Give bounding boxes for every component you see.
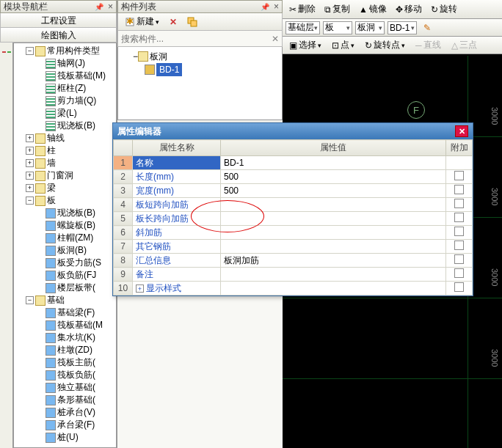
prop-add[interactable]	[446, 226, 473, 240]
delete-button[interactable]: ✕	[166, 15, 181, 29]
tree-item[interactable]: 筏板基础(M)	[57, 70, 106, 82]
prop-value[interactable]: 500	[221, 170, 446, 184]
checkbox[interactable]	[454, 282, 464, 292]
side-icon-1[interactable]	[1, 47, 12, 57]
close-icon[interactable]: ×	[108, 1, 113, 12]
tree-item[interactable]: 条形基础(	[57, 394, 95, 406]
tree-item[interactable]: 板负筋(FJ	[57, 269, 96, 282]
expand-toggle[interactable]: +	[26, 147, 34, 155]
prop-value[interactable]	[221, 212, 446, 226]
tool-点[interactable]: ⊡点▾	[328, 37, 358, 53]
layer-select[interactable]: BD-1▾	[388, 21, 417, 34]
expand-toggle[interactable]: +	[26, 134, 34, 142]
tree-item[interactable]: 框柱(Z)	[57, 82, 86, 95]
tool-旋转点[interactable]: ↻旋转点▾	[361, 37, 409, 53]
tree-item[interactable]: 轴网(J)	[57, 57, 85, 70]
tree-root[interactable]: 常用构件类型	[47, 45, 100, 57]
tree-item[interactable]: 板洞(B)	[57, 244, 87, 257]
prop-value[interactable]	[221, 198, 446, 212]
checkbox[interactable]	[454, 185, 464, 194]
tab-draw-input[interactable]: 绘图输入	[0, 28, 117, 43]
tree-group[interactable]: 板	[47, 194, 56, 207]
prop-value[interactable]	[221, 282, 446, 295]
prop-value[interactable]	[221, 268, 446, 282]
tree-item[interactable]: 柱墩(ZD)	[57, 344, 92, 356]
checkbox[interactable]	[454, 213, 464, 222]
prop-add[interactable]	[446, 268, 473, 282]
tool-移动[interactable]: ✥移动	[392, 1, 426, 17]
property-row[interactable]: 9备注	[114, 268, 473, 282]
tab-project-settings[interactable]: 工程设置	[0, 13, 117, 28]
layer-select[interactable]: 板洞▾	[355, 21, 385, 34]
property-row[interactable]: 5板长跨向加筋	[114, 212, 473, 226]
tree-item[interactable]: 桩承台(V)	[57, 406, 95, 419]
property-row[interactable]: 6斜加筋	[114, 226, 473, 240]
prop-add[interactable]	[446, 212, 473, 226]
property-row[interactable]: 2长度(mm)500	[114, 170, 473, 184]
tree-group[interactable]: 柱	[47, 144, 56, 157]
prop-add[interactable]	[446, 156, 473, 170]
tree-item[interactable]: 板受力筋(S	[57, 257, 101, 269]
component-tree[interactable]: −常用构件类型 轴网(J)筏板基础(M)框柱(Z)剪力墙(Q)梁(L)现浇板(B…	[13, 43, 117, 448]
tree-item[interactable]: 独立基础(	[57, 381, 95, 394]
list-root[interactable]: 板洞	[150, 50, 167, 63]
checkbox[interactable]	[454, 240, 464, 250]
prop-value[interactable]	[221, 240, 446, 254]
layer-select[interactable]: 基础层▾	[285, 21, 320, 34]
tool-选择[interactable]: ▣选择▾	[285, 37, 325, 53]
tree-item[interactable]: 承台梁(F)	[57, 419, 95, 431]
expand-toggle[interactable]: +	[26, 184, 34, 192]
expand-toggle[interactable]: −	[133, 50, 138, 63]
prop-add[interactable]	[446, 240, 473, 254]
expand-toggle[interactable]: +	[26, 172, 34, 180]
dialog-close-button[interactable]: ✕	[455, 125, 468, 137]
checkbox[interactable]	[454, 199, 464, 208]
checkbox[interactable]	[454, 254, 464, 264]
prop-add[interactable]	[446, 184, 473, 198]
expand-toggle[interactable]: −	[26, 47, 34, 55]
prop-value[interactable]: 500	[221, 184, 446, 198]
prop-add[interactable]	[446, 170, 473, 184]
prop-add[interactable]	[446, 198, 473, 212]
expand-toggle[interactable]: +	[26, 159, 34, 167]
tool-extra[interactable]: ✎	[420, 21, 434, 34]
checkbox[interactable]	[454, 171, 464, 180]
tree-item[interactable]: 集水坑(K)	[57, 331, 95, 344]
dialog-titlebar[interactable]: 属性编辑器 ✕	[113, 123, 473, 139]
prop-value[interactable]: BD-1	[221, 156, 446, 170]
tree-item[interactable]: 筏板负筋(	[57, 369, 95, 381]
tree-item[interactable]: 螺旋板(B)	[57, 219, 95, 232]
prop-add[interactable]	[446, 254, 473, 268]
expand-toggle[interactable]: +	[136, 284, 144, 293]
pin-icon[interactable]: 📌	[261, 3, 269, 11]
pin-icon[interactable]: 📌	[95, 3, 103, 11]
tool-镜像[interactable]: ▲镜像	[355, 1, 390, 17]
tool-三点[interactable]: △三点	[448, 37, 481, 53]
tree-item[interactable]: 基础梁(F)	[57, 306, 95, 319]
list-item-selected[interactable]: BD-1	[156, 63, 182, 76]
tree-item[interactable]: 桩(U)	[57, 431, 79, 444]
tree-item[interactable]: 梁(L)	[57, 107, 77, 120]
tool-复制[interactable]: ⧉复制	[321, 1, 354, 17]
checkbox[interactable]	[454, 227, 464, 236]
component-list-tree[interactable]: −板洞 BD-1	[117, 47, 283, 120]
property-row[interactable]: 4板短跨向加筋	[114, 198, 473, 212]
tree-item[interactable]: 现浇板(B)	[57, 120, 95, 132]
new-button[interactable]: ✱ 新建 ▾	[121, 14, 163, 29]
tree-group[interactable]: 梁	[47, 182, 56, 194]
tree-group[interactable]: 墙	[47, 157, 56, 169]
tree-group[interactable]: 轴线	[47, 132, 65, 144]
tree-group[interactable]: 门窗洞	[47, 169, 73, 182]
close-icon[interactable]: ×	[274, 1, 279, 12]
tree-item[interactable]: 楼层板带(	[57, 282, 95, 294]
tree-item[interactable]: 筏板基础(M	[57, 319, 103, 331]
expand-toggle[interactable]: −	[26, 296, 34, 304]
tree-item[interactable]: 筏板主筋(	[57, 356, 95, 369]
tree-item[interactable]: 柱帽(ZM)	[57, 232, 93, 244]
tool-直线[interactable]: ─直线	[412, 37, 445, 53]
tree-group[interactable]: 基础	[47, 294, 65, 306]
copy-button[interactable]	[183, 15, 201, 29]
checkbox[interactable]	[454, 268, 464, 278]
tree-item[interactable]: 剪力墙(Q)	[57, 95, 96, 107]
search-input[interactable]	[121, 34, 272, 44]
